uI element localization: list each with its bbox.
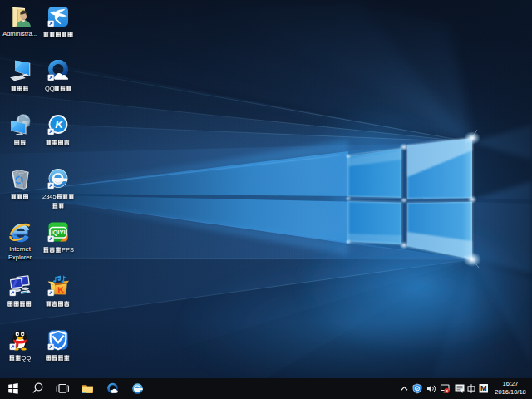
svg-text:K: K: [55, 118, 64, 131]
svg-text:iQIYI: iQIYI: [51, 229, 65, 236]
svg-text:QQ: QQ: [22, 354, 32, 362]
svg-text:QQ: QQ: [45, 85, 55, 92]
svg-text:2345: 2345: [42, 193, 57, 200]
svg-text:PPS: PPS: [61, 246, 73, 254]
svg-text:K: K: [57, 284, 65, 295]
svg-text:M: M: [480, 384, 487, 392]
